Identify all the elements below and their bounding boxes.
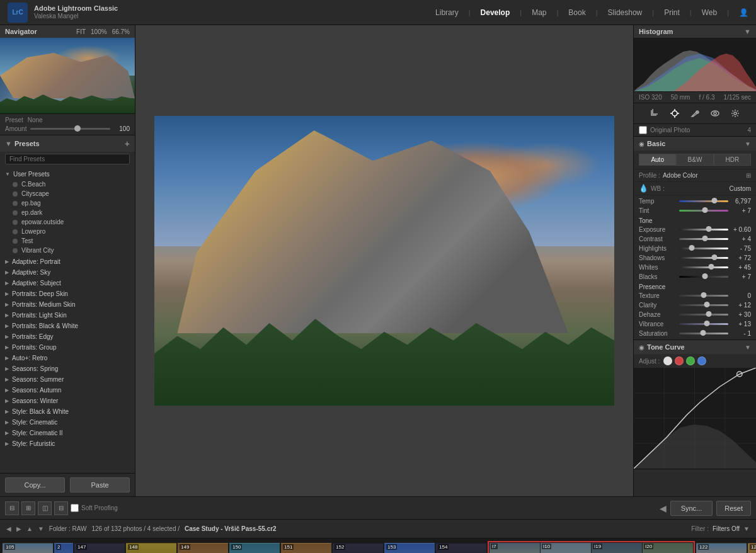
soft-proofing-checkbox[interactable] [71,504,79,512]
preset-group-portraits-group[interactable]: ▶ Portraits: Group [0,342,135,353]
nav-map[interactable]: Map [532,8,546,17]
wb-eyedropper-icon[interactable]: 💧 [639,184,648,193]
filmstrip-thumb-i10[interactable]: I10 [541,543,591,554]
preset-item-epbag[interactable]: ep.bag [0,198,135,208]
adjust-green-circle[interactable] [686,356,695,365]
saturation-slider[interactable] [679,333,728,334]
preset-group-seasons-autumn[interactable]: ▶ Seasons: Autumn [0,385,135,396]
preset-group-style-futuristic[interactable]: ▶ Style: Futuristic [0,438,135,449]
filmstrip-icon-btn[interactable]: ⊟ [5,501,19,515]
preset-group-seasons-summer[interactable]: ▶ Seasons: Summer [0,374,135,385]
adjust-white-circle[interactable] [663,356,672,365]
adjust-red-circle[interactable] [675,356,684,365]
preset-group-portraits-edgy[interactable]: ▶ Portraits: Edgy [0,331,135,342]
presets-add-button[interactable]: + [125,139,130,149]
sync-chevron-icon[interactable]: ◀ [660,503,667,513]
histogram-expand-icon[interactable]: ▼ [744,28,751,35]
preset-item-cityscape[interactable]: Cityscape [0,189,135,198]
clarity-slider[interactable] [679,304,728,306]
preset-group-portraits-bw[interactable]: ▶ Portraits: Black & White [0,321,135,331]
filmstrip-thumb-i7[interactable]: I7 [490,543,540,554]
preset-group-style-bw[interactable]: ▶ Style: Black & White [0,406,135,417]
preset-group-portraits-medium[interactable]: ▶ Portraits: Medium Skin [0,299,135,310]
exposure-slider[interactable] [679,229,728,231]
filmstrip-thumb-2[interactable]: 2 [54,543,73,554]
temp-slider[interactable] [679,200,728,202]
settings-icon[interactable] [729,107,742,120]
adjust-blue-circle[interactable] [697,356,706,365]
filmstrip-thumb-123[interactable]: 123 [748,543,756,554]
whites-slider[interactable] [679,266,728,268]
eye-icon[interactable] [709,107,721,120]
paste-button[interactable]: Paste [70,477,130,493]
photo-canvas[interactable] [154,116,614,406]
preset-group-auto-retro[interactable]: ▶ Auto+: Retro [0,353,135,363]
nav-library[interactable]: Library [435,8,459,17]
contrast-slider[interactable] [679,238,728,240]
preset-group-seasons-winter[interactable]: ▶ Seasons: Winter [0,396,135,406]
nav-book[interactable]: Book [568,8,585,17]
reset-button[interactable]: Reset [716,501,751,516]
filmstrip-thumb-105[interactable]: 105 [3,543,53,554]
navigator-zoom1[interactable]: 100% [91,28,107,35]
preset-group-seasons-spring[interactable]: ▶ Seasons: Spring [0,363,135,374]
mode-bw-button[interactable]: B&W [676,154,713,166]
presets-collapse-icon[interactable]: ▼ [5,140,12,147]
grid-icon-btn[interactable]: ⊞ [21,501,35,515]
navigator-zoom2[interactable]: 66.7% [112,28,130,35]
brush-icon[interactable] [689,107,701,120]
preset-item-epdark[interactable]: ep.dark [0,208,135,217]
preset-item-vibrantcity[interactable]: Vibrant City [0,246,135,255]
filmstrip-thumb-150[interactable]: 150 [229,543,280,554]
nav-develop[interactable]: Develop [481,8,510,17]
mode-auto-button[interactable]: Auto [639,154,676,166]
preset-group-style-cinematic2[interactable]: ▶ Style: Cinematic II [0,428,135,438]
navigator-fit[interactable]: FIT [76,28,86,35]
mode-hdr-button[interactable]: HDR [714,154,751,166]
preset-group-adaptive-subject[interactable]: ▶ Adaptive: Subject [0,278,135,288]
nav-web[interactable]: Web [702,8,717,17]
original-photo-checkbox[interactable] [639,126,647,134]
tone-curve-expand-icon[interactable]: ▼ [745,344,751,351]
filmstrip-thumb-149[interactable]: 149 [178,543,228,554]
bottom-nav-next[interactable]: ▶ [16,525,21,532]
filmstrip-thumb-148[interactable]: 148 [126,543,176,554]
filmstrip-thumb-152[interactable]: 152 [333,543,383,554]
basic-visibility-icon[interactable]: ◉ [639,140,644,147]
tone-curve-canvas[interactable] [634,368,756,469]
preset-group-user-header[interactable]: ▼ User Presets [0,169,135,180]
texture-slider[interactable] [679,295,728,297]
compare2-icon-btn[interactable]: ⊟ [54,501,68,515]
blacks-slider[interactable] [679,276,728,278]
shadows-slider[interactable] [679,257,728,259]
preset-group-adaptive-sky[interactable]: ▶ Adaptive: Sky [0,267,135,278]
preset-group-portraits-deep[interactable]: ▶ Portraits: Deep Skin [0,288,135,299]
copy-button[interactable]: Copy... [5,477,65,493]
nav-slideshow[interactable]: Slideshow [608,8,643,17]
bottom-nav-prev[interactable]: ◀ [6,525,11,532]
preset-group-portraits-light[interactable]: ▶ Portraits: Light Skin [0,310,135,321]
filter-expand-icon[interactable]: ▼ [743,525,750,532]
presets-search-input[interactable] [5,154,130,164]
filmstrip-thumb-147[interactable]: 147 [74,543,125,554]
bottom-nav-down[interactable]: ▼ [38,525,44,532]
preset-group-style-cinematic[interactable]: ▶ Style: Cinematic [0,417,135,428]
amount-slider[interactable] [30,128,110,130]
filmstrip-thumb-151[interactable]: 151 [281,543,331,554]
highlights-slider[interactable] [679,248,728,249]
nav-print[interactable]: Print [664,8,680,17]
tone-curve-visibility-icon[interactable]: ◉ [639,344,644,351]
develop-icon[interactable] [668,107,681,120]
filmstrip-thumb-i19[interactable]: I19 [592,543,642,554]
filmstrip-thumb-154[interactable]: 154 [436,543,486,554]
basic-expand-icon[interactable]: ▼ [745,140,751,147]
preset-item-lowepro[interactable]: Lowepro [0,227,135,236]
filmstrip-thumb-153[interactable]: 153 [384,543,435,554]
preset-item-epowar[interactable]: epowar.outside [0,217,135,227]
preset-item-cbeach[interactable]: C.Beach [0,180,135,189]
dehaze-slider[interactable] [679,314,728,316]
filmstrip-thumb-i20[interactable]: I20 [643,543,693,554]
vibrance-slider[interactable] [679,323,728,325]
profile-grid-icon[interactable]: ⊞ [746,172,751,179]
filmstrip-thumb-122[interactable]: 122 [696,543,747,554]
